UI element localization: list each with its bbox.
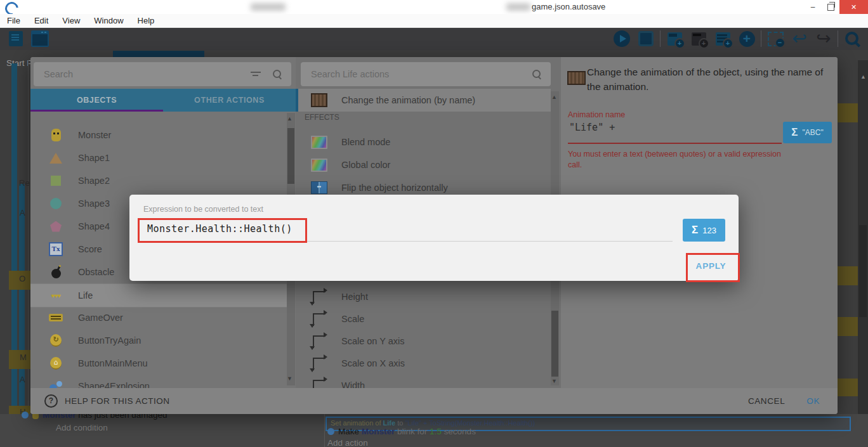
redacted-title-blur bbox=[506, 3, 530, 11]
field-error-message: You must enter a text (between quotes) o… bbox=[568, 149, 791, 171]
toolbar-separator bbox=[761, 30, 761, 47]
project-manager-icon bbox=[9, 31, 23, 46]
menu-view[interactable]: View bbox=[55, 16, 87, 25]
action-search-input[interactable] bbox=[301, 69, 532, 79]
menu-file[interactable]: File bbox=[0, 16, 27, 25]
toolbar-undo-button[interactable] bbox=[787, 27, 812, 50]
action-label: Flip the object horizontally bbox=[341, 183, 448, 193]
tab-start-page[interactable]: Start P bbox=[6, 58, 32, 68]
events-scrollbar-thumb[interactable] bbox=[859, 225, 867, 317]
annotation-box-apply bbox=[686, 253, 740, 282]
circle-icon bbox=[50, 198, 62, 209]
close-button[interactable]: ✕ bbox=[839, 0, 868, 14]
toolbar-add-subevent-button[interactable] bbox=[687, 27, 711, 50]
animation-name-label: Animation name bbox=[568, 110, 625, 119]
menu-window[interactable]: Window bbox=[87, 16, 130, 25]
action-row-scale-on-y-axis[interactable]: Scale on Y axis bbox=[296, 330, 551, 353]
toolbar-separator bbox=[838, 30, 838, 47]
scroll-up-icon[interactable]: ▲ bbox=[551, 94, 557, 100]
add-action-link[interactable]: Add action bbox=[327, 438, 368, 447]
help-button[interactable]: ? HELP FOR THIS ACTION bbox=[44, 394, 170, 408]
action-row-blend-mode[interactable]: Blend mode bbox=[296, 131, 551, 153]
event-text-fragment: Re bbox=[19, 178, 30, 188]
tab-objects[interactable]: OBJECTS bbox=[30, 89, 163, 112]
object-row-gameover[interactable]: GameOver bbox=[30, 306, 287, 329]
debug-icon bbox=[638, 31, 654, 46]
toolbar-remove-selection-button[interactable] bbox=[763, 27, 787, 50]
menu-bar: FileEditViewWindowHelp bbox=[0, 14, 868, 28]
action-label: Height bbox=[341, 292, 368, 302]
object-list-scrollbar-thumb[interactable] bbox=[287, 128, 294, 184]
object-search-input[interactable] bbox=[34, 69, 251, 79]
toolbar-add-comment-button[interactable] bbox=[711, 27, 735, 50]
action-row-scale-on-x-axis[interactable]: Scale on X axis bbox=[296, 352, 551, 375]
tab-other-actions[interactable]: OTHER ACTIONS bbox=[163, 89, 296, 112]
action-row-change-the-animation-by-name[interactable]: Change the animation (by name) bbox=[296, 89, 551, 112]
objects-tab-bar: OBJECTS OTHER ACTIONS bbox=[30, 89, 296, 112]
toolbar-add-circle-button[interactable] bbox=[735, 27, 759, 50]
add-subevent-icon bbox=[692, 32, 706, 46]
action-label: Scale bbox=[341, 314, 364, 324]
field-error-underline bbox=[568, 143, 782, 144]
toolbar-search-button[interactable] bbox=[840, 27, 864, 50]
object-label: Shape3 bbox=[78, 198, 110, 209]
open-expression-editor-button[interactable]: Σ "ABC" bbox=[783, 122, 832, 143]
add-condition-link[interactable]: Add condition bbox=[56, 423, 108, 432]
action-icon bbox=[327, 428, 334, 435]
scroll-down-icon[interactable]: ▼ bbox=[551, 378, 557, 384]
size-icon bbox=[313, 313, 326, 326]
event-token: blink for bbox=[395, 427, 430, 436]
size-icon bbox=[313, 335, 326, 348]
event-token: Set animation of bbox=[331, 419, 383, 427]
object-row-shape2[interactable]: Shape2 bbox=[30, 169, 287, 192]
search-icon bbox=[844, 30, 860, 47]
toolbar-project-manager-button[interactable] bbox=[4, 27, 28, 50]
expression-editor-modal: Expression to be converted to text Σ 123… bbox=[129, 195, 739, 281]
flip-icon bbox=[311, 181, 327, 194]
maximize-button[interactable] bbox=[822, 0, 839, 14]
toolbar-scene-editor-button[interactable] bbox=[28, 27, 52, 50]
scroll-down-icon[interactable]: ▼ bbox=[287, 375, 293, 382]
object-row-life[interactable]: Life bbox=[30, 283, 287, 308]
object-row-shape1[interactable]: Shape1 bbox=[30, 146, 287, 169]
cancel-button[interactable]: CANCEL bbox=[748, 396, 785, 406]
menu-edit[interactable]: Edit bbox=[27, 16, 55, 25]
toolbar-redo-button[interactable] bbox=[812, 27, 836, 50]
retry-icon bbox=[50, 334, 62, 347]
object-label: ButtonTryAgain bbox=[78, 335, 141, 346]
action-label: Blend mode bbox=[341, 137, 390, 147]
minimize-button[interactable]: – bbox=[804, 0, 822, 14]
triangle-icon bbox=[49, 153, 62, 164]
open-number-expression-button[interactable]: Σ 123 bbox=[683, 219, 725, 242]
pentagon-icon bbox=[50, 221, 62, 232]
action-row-scale[interactable]: Scale bbox=[296, 308, 551, 330]
bomb-icon bbox=[51, 269, 61, 278]
active-tab-indicator bbox=[113, 51, 204, 57]
toolbar-add-event-button[interactable] bbox=[662, 27, 687, 50]
filter-icon[interactable] bbox=[251, 70, 262, 78]
event-text-fragment: M bbox=[20, 353, 27, 362]
object-row-buttontryagain[interactable]: ButtonTryAgain bbox=[30, 329, 287, 352]
toolbar bbox=[0, 27, 868, 50]
object-row-buttonmainmenu[interactable]: ButtonMainMenu bbox=[30, 352, 287, 375]
action-list-scrollbar-thumb[interactable] bbox=[551, 311, 558, 377]
animation-name-input[interactable] bbox=[568, 121, 784, 134]
scroll-up-icon[interactable]: ▲ bbox=[860, 74, 866, 80]
action-row-height[interactable]: Height bbox=[296, 285, 551, 308]
ok-button[interactable]: OK bbox=[806, 396, 820, 406]
action-search-box bbox=[301, 62, 551, 86]
object-row-monster[interactable]: Monster bbox=[30, 124, 287, 146]
toolbar-debug-button[interactable] bbox=[634, 27, 658, 50]
event-text-fragment: A bbox=[20, 208, 25, 217]
blink-action-row[interactable]: Make Monster blink for 1.5 seconds bbox=[327, 427, 476, 436]
scroll-up-icon[interactable]: ▲ bbox=[287, 115, 293, 122]
conditions-actions-divider bbox=[324, 414, 325, 447]
object-search-box bbox=[34, 62, 291, 86]
play-icon bbox=[614, 30, 630, 47]
action-label: Change the animation (by name) bbox=[341, 95, 475, 105]
action-row-global-color[interactable]: Global color bbox=[296, 153, 551, 176]
monster-icon bbox=[51, 129, 61, 141]
toolbar-play-button[interactable] bbox=[610, 27, 634, 50]
menu-help[interactable]: Help bbox=[131, 16, 162, 25]
title-bar: game.json.autosave – ✕ bbox=[0, 0, 868, 14]
